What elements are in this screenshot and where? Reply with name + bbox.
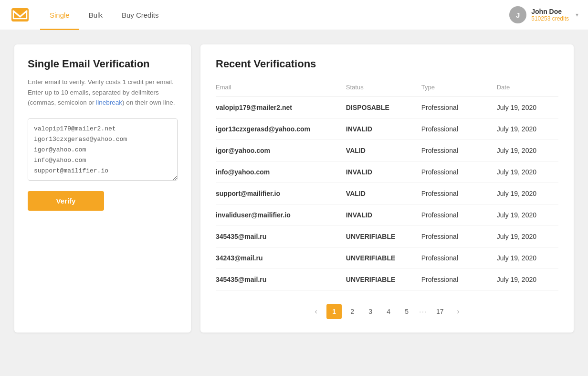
cell-email: 34243@mail.ru [216,247,346,269]
page-1-button[interactable]: 1 [326,304,342,319]
page-5-button[interactable]: 5 [399,304,414,319]
col-header-type: Type [421,80,497,97]
cell-type: Professional [421,269,497,290]
table-row: invaliduser@mailifier.io INVALID Profess… [216,204,558,226]
pagination: ‹ 1 2 3 4 5 ··· 17 › [216,304,558,319]
table-row: support@mailifier.io VALID Professional … [216,183,558,204]
nav-tabs: Single Bulk Buy Credits [40,0,168,30]
cell-email: 345435@mail.ru [216,226,346,247]
next-page-button[interactable]: › [451,304,466,319]
logo [10,4,31,25]
cell-status: UNVERIFIABLE [346,226,421,247]
cell-date: July 19, 2020 [497,269,558,290]
cell-date: July 19, 2020 [497,118,558,140]
page-3-button[interactable]: 3 [363,304,378,319]
cell-type: Professional [421,226,497,247]
tab-single[interactable]: Single [40,0,79,30]
cell-type: Professional [421,247,497,269]
avatar: J [509,6,526,23]
tab-buy-credits[interactable]: Buy Credits [112,0,168,30]
user-credits: 510253 credits [531,15,569,22]
header: Single Bulk Buy Credits J John Doe 51025… [0,0,588,30]
cell-status: INVALID [346,118,421,140]
email-textarea[interactable]: valopip179@mailer2.net igor13czxgerasd@y… [28,118,178,181]
cell-email: igor@yahoo.com [216,140,346,161]
cell-email: igor13czxgerasd@yahoo.com [216,118,346,140]
cell-date: July 19, 2020 [497,161,558,183]
table-row: igor13czxgerasd@yahoo.com INVALID Profes… [216,118,558,140]
panel-title-right: Recent Verifications [216,58,558,70]
cell-type: Professional [421,161,497,183]
cell-email: info@yahoo.com [216,161,346,183]
cell-status: VALID [346,183,421,204]
table-row: 345435@mail.ru UNVERIFIABLE Professional… [216,226,558,247]
main-content: Single Email Verification Enter email to… [0,30,588,347]
pagination-dots: ··· [417,308,430,315]
page-4-button[interactable]: 4 [381,304,396,319]
page-2-button[interactable]: 2 [345,304,360,319]
cell-type: Professional [421,97,497,118]
prev-page-button[interactable]: ‹ [308,304,324,319]
svg-rect-0 [11,8,29,21]
user-info: John Doe 510253 credits [531,8,569,22]
user-section[interactable]: J John Doe 510253 credits ▾ [509,6,578,23]
cell-status: UNVERIFIABLE [346,269,421,290]
table-row: 345435@mail.ru UNVERIFIABLE Professional… [216,269,558,290]
cell-email: invaliduser@mailifier.io [216,204,346,226]
cell-status: DISPOSABLE [346,97,421,118]
verifications-table: Email Status Type Date valopip179@mailer… [216,80,558,290]
cell-status: UNVERIFIABLE [346,247,421,269]
cell-status: INVALID [346,204,421,226]
right-panel: Recent Verifications Email Status Type D… [200,44,574,333]
cell-date: July 19, 2020 [497,140,558,161]
panel-title: Single Email Verification [28,58,178,70]
verify-button[interactable]: Verify [28,191,104,211]
col-header-email: Email [216,80,346,97]
panel-description: Enter email to verify. Verify costs 1 cr… [28,77,178,108]
cell-type: Professional [421,183,497,204]
chevron-down-icon: ▾ [576,11,578,18]
col-header-status: Status [346,80,421,97]
table-row: igor@yahoo.com VALID Professional July 1… [216,140,558,161]
cell-type: Professional [421,204,497,226]
col-header-date: Date [497,80,558,97]
user-name: John Doe [531,8,569,15]
linebreak-link[interactable]: linebreak [96,99,122,106]
cell-status: INVALID [346,161,421,183]
cell-date: July 19, 2020 [497,204,558,226]
cell-email: 345435@mail.ru [216,269,346,290]
table-row: 34243@mail.ru UNVERIFIABLE Professional … [216,247,558,269]
table-row: valopip179@mailer2.net DISPOSABLE Profes… [216,97,558,118]
cell-type: Professional [421,118,497,140]
table-row: info@yahoo.com INVALID Professional July… [216,161,558,183]
tab-bulk[interactable]: Bulk [79,0,112,30]
cell-date: July 19, 2020 [497,97,558,118]
cell-status: VALID [346,140,421,161]
cell-email: support@mailifier.io [216,183,346,204]
cell-date: July 19, 2020 [497,247,558,269]
cell-date: July 19, 2020 [497,226,558,247]
cell-email: valopip179@mailer2.net [216,97,346,118]
left-panel: Single Email Verification Enter email to… [14,44,191,333]
page-17-button[interactable]: 17 [432,304,448,319]
cell-date: July 19, 2020 [497,183,558,204]
cell-type: Professional [421,140,497,161]
